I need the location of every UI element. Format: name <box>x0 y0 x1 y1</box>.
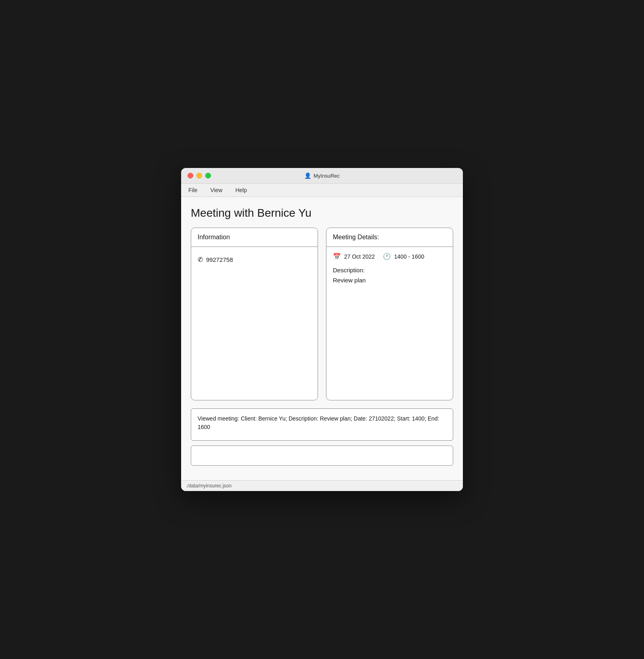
meeting-details-panel: Meeting Details: 📅 27 Oct 2022 🕐 1400 - … <box>326 228 453 400</box>
calendar-icon: 📅 <box>333 253 341 260</box>
phone-row: ✆ 99272758 <box>198 253 311 267</box>
traffic-lights <box>188 173 211 178</box>
statusbar: ./data/myinsurec.json <box>181 480 463 491</box>
menu-file[interactable]: File <box>186 186 200 194</box>
app-title-text: MyInsuRec <box>314 173 340 179</box>
main-content: Meeting with Bernice Yu Information ✆ 99… <box>181 197 463 480</box>
menu-view[interactable]: View <box>208 186 225 194</box>
information-panel-header: Information <box>191 228 318 247</box>
log-box: Viewed meeting: Client: Bernice Yu; Desc… <box>191 408 453 441</box>
clock-icon: 🕐 <box>383 253 391 260</box>
app-icon: 👤 <box>304 172 311 179</box>
menubar: File View Help <box>181 184 463 197</box>
panels-container: Information ✆ 99272758 Meeting Details: … <box>191 228 453 400</box>
date-item: 📅 27 Oct 2022 <box>333 253 375 260</box>
information-panel-body: ✆ 99272758 <box>191 247 318 400</box>
minimize-button[interactable] <box>196 173 202 178</box>
meeting-time: 1400 - 1600 <box>394 253 424 260</box>
maximize-button[interactable] <box>205 173 211 178</box>
information-panel: Information ✆ 99272758 <box>191 228 318 400</box>
date-time-row: 📅 27 Oct 2022 🕐 1400 - 1600 <box>333 253 446 260</box>
phone-icon: ✆ <box>198 256 203 263</box>
page-title: Meeting with Bernice Yu <box>191 207 453 220</box>
meeting-details-panel-body: 📅 27 Oct 2022 🕐 1400 - 1600 Description:… <box>326 247 453 400</box>
phone-number: 99272758 <box>206 256 233 263</box>
window-title: 👤 MyInsuRec <box>304 172 340 179</box>
description-label: Description: <box>333 267 446 274</box>
meeting-date: 27 Oct 2022 <box>344 253 375 260</box>
input-box[interactable] <box>191 446 453 466</box>
close-button[interactable] <box>188 173 193 178</box>
menu-help[interactable]: Help <box>233 186 250 194</box>
titlebar: 👤 MyInsuRec <box>181 168 463 184</box>
description-value: Review plan <box>333 277 446 284</box>
meeting-details-panel-header: Meeting Details: <box>326 228 453 247</box>
time-item: 🕐 1400 - 1600 <box>383 253 424 260</box>
app-window: 👤 MyInsuRec File View Help Meeting with … <box>181 168 463 491</box>
